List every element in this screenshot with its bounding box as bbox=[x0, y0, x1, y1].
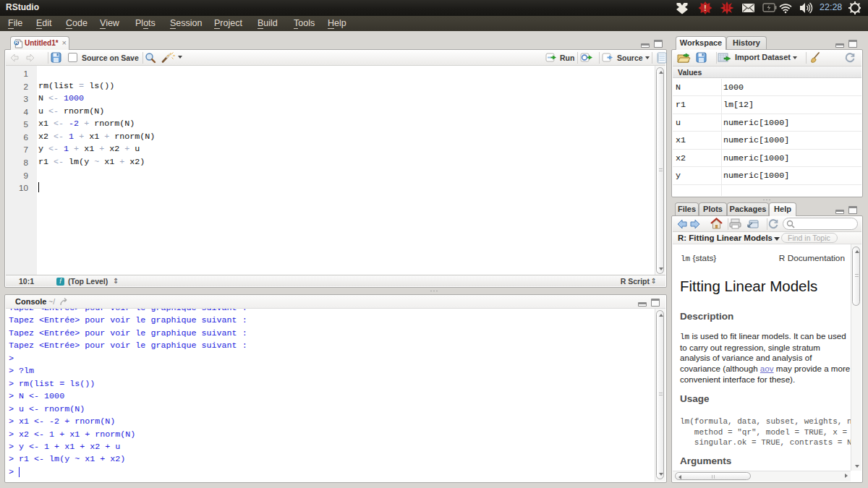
svg-text:R: R bbox=[15, 40, 19, 45]
svg-text:!: ! bbox=[704, 4, 706, 12]
